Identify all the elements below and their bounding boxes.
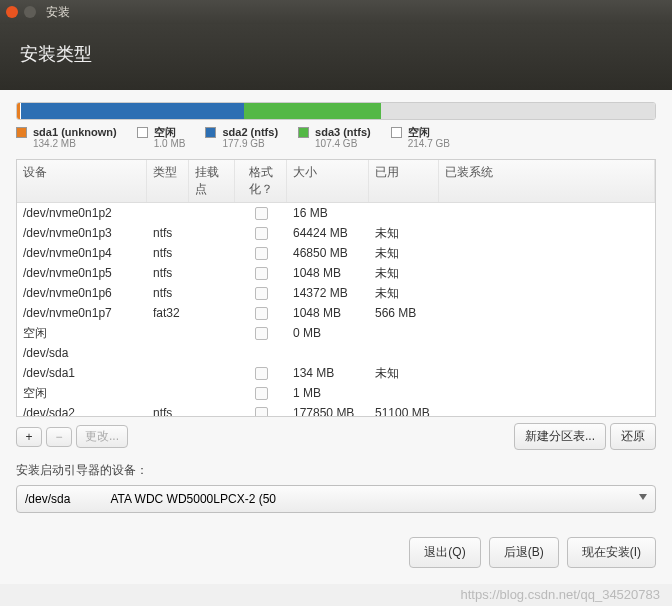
- window-title: 安装: [46, 4, 70, 21]
- partition-toolbar: + − 更改... 新建分区表... 还原: [16, 423, 656, 450]
- legend-color-icon: [391, 127, 402, 138]
- page-header: 安装类型: [0, 24, 672, 90]
- new-table-button[interactable]: 新建分区表...: [514, 423, 606, 450]
- table-row[interactable]: /dev/sda2ntfs177850 MB51100 MB: [17, 403, 655, 417]
- format-checkbox[interactable]: [255, 307, 268, 320]
- bootloader-desc: ATA WDC WD5000LPCX-2 (50: [110, 492, 276, 506]
- table-row[interactable]: /dev/nvme0n1p3ntfs64424 MB未知: [17, 223, 655, 243]
- table-row[interactable]: /dev/nvme0n1p5ntfs1048 MB未知: [17, 263, 655, 283]
- change-button[interactable]: 更改...: [76, 425, 128, 448]
- col-system[interactable]: 已装系统: [439, 160, 655, 202]
- remove-button[interactable]: −: [46, 427, 72, 447]
- col-format[interactable]: 格式化？: [235, 160, 287, 202]
- revert-button[interactable]: 还原: [610, 423, 656, 450]
- format-checkbox[interactable]: [255, 287, 268, 300]
- legend-item: sda3 (ntfs)107.4 GB: [298, 126, 371, 149]
- legend-item: 空闲214.7 GB: [391, 126, 450, 149]
- legend-color-icon: [137, 127, 148, 138]
- table-row[interactable]: 空闲1 MB: [17, 383, 655, 403]
- legend-item: sda2 (ntfs)177.9 GB: [205, 126, 278, 149]
- bootloader-dropdown[interactable]: /dev/sda ATA WDC WD5000LPCX-2 (50: [16, 485, 656, 513]
- watermark: https://blog.csdn.net/qq_34520783: [461, 587, 661, 602]
- col-device[interactable]: 设备: [17, 160, 147, 202]
- table-row[interactable]: /dev/sda: [17, 343, 655, 363]
- format-checkbox[interactable]: [255, 207, 268, 220]
- format-checkbox[interactable]: [255, 407, 268, 418]
- partition-table: 设备 类型 挂载点 格式化？ 大小 已用 已装系统 /dev/nvme0n1p2…: [16, 159, 656, 417]
- usage-legend: sda1 (unknown)134.2 MB空闲1.0 MBsda2 (ntfs…: [16, 126, 656, 149]
- table-row[interactable]: /dev/nvme0n1p216 MB: [17, 203, 655, 223]
- col-type[interactable]: 类型: [147, 160, 189, 202]
- format-checkbox[interactable]: [255, 327, 268, 340]
- page-title: 安装类型: [20, 44, 92, 64]
- bootloader-device: /dev/sda: [25, 492, 70, 506]
- minimize-icon[interactable]: [24, 6, 36, 18]
- chevron-down-icon: [639, 494, 647, 500]
- table-row[interactable]: /dev/nvme0n1p7fat321048 MB566 MB: [17, 303, 655, 323]
- format-checkbox[interactable]: [255, 267, 268, 280]
- table-row[interactable]: 空闲0 MB: [17, 323, 655, 343]
- legend-item: 空闲1.0 MB: [137, 126, 186, 149]
- format-checkbox[interactable]: [255, 247, 268, 260]
- legend-item: sda1 (unknown)134.2 MB: [16, 126, 117, 149]
- legend-color-icon: [205, 127, 216, 138]
- format-checkbox[interactable]: [255, 227, 268, 240]
- table-body: /dev/nvme0n1p216 MB/dev/nvme0n1p3ntfs644…: [17, 203, 655, 417]
- table-header: 设备 类型 挂载点 格式化？ 大小 已用 已装系统: [17, 160, 655, 203]
- format-checkbox[interactable]: [255, 367, 268, 380]
- col-size[interactable]: 大小: [287, 160, 369, 202]
- footer: 退出(Q) 后退(B) 现在安装(I): [0, 521, 672, 584]
- disk-usage-bar: [16, 102, 656, 120]
- table-row[interactable]: /dev/sda1134 MB未知: [17, 363, 655, 383]
- main-content: sda1 (unknown)134.2 MB空闲1.0 MBsda2 (ntfs…: [0, 90, 672, 521]
- back-button[interactable]: 后退(B): [489, 537, 559, 568]
- legend-color-icon: [298, 127, 309, 138]
- col-mount[interactable]: 挂载点: [189, 160, 235, 202]
- table-row[interactable]: /dev/nvme0n1p6ntfs14372 MB未知: [17, 283, 655, 303]
- close-icon[interactable]: [6, 6, 18, 18]
- format-checkbox[interactable]: [255, 387, 268, 400]
- bootloader-label: 安装启动引导器的设备：: [16, 462, 656, 479]
- col-used[interactable]: 已用: [369, 160, 439, 202]
- add-button[interactable]: +: [16, 427, 42, 447]
- install-button[interactable]: 现在安装(I): [567, 537, 656, 568]
- table-row[interactable]: /dev/nvme0n1p4ntfs46850 MB未知: [17, 243, 655, 263]
- legend-color-icon: [16, 127, 27, 138]
- quit-button[interactable]: 退出(Q): [409, 537, 480, 568]
- titlebar: 安装: [0, 0, 672, 24]
